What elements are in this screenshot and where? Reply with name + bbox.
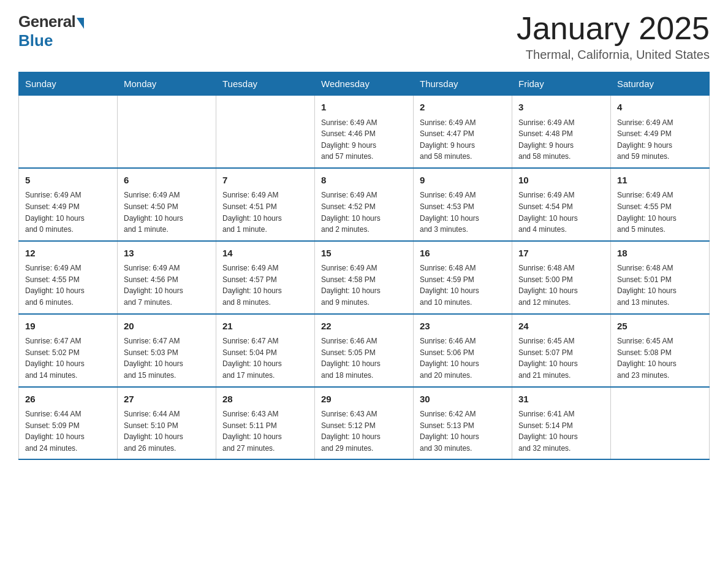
title-section: January 2025 Thermal, California, United… [517,12,710,62]
calendar-cell: 21Sunrise: 6:47 AMSunset: 5:04 PMDayligh… [216,314,315,387]
calendar-cell: 25Sunrise: 6:45 AMSunset: 5:08 PMDayligh… [611,314,710,387]
day-number: 7 [222,174,308,188]
logo-general-text: General [18,12,75,31]
calendar-cell: 9Sunrise: 6:49 AMSunset: 4:53 PMDaylight… [414,168,512,241]
calendar-cell: 1Sunrise: 6:49 AMSunset: 4:46 PMDaylight… [315,96,414,168]
calendar-header-row: SundayMondayTuesdayWednesdayThursdayFrid… [19,72,710,96]
calendar-cell: 26Sunrise: 6:44 AMSunset: 5:09 PMDayligh… [19,387,118,460]
calendar-cell: 18Sunrise: 6:48 AMSunset: 5:01 PMDayligh… [611,241,710,314]
day-info: Sunrise: 6:49 AMSunset: 4:46 PMDaylight:… [321,117,407,163]
day-info: Sunrise: 6:47 AMSunset: 5:02 PMDaylight:… [25,335,111,381]
calendar-week-row: 19Sunrise: 6:47 AMSunset: 5:02 PMDayligh… [19,314,710,387]
calendar-cell: 15Sunrise: 6:49 AMSunset: 4:58 PMDayligh… [315,241,414,314]
day-info: Sunrise: 6:45 AMSunset: 5:07 PMDaylight:… [518,335,604,381]
calendar-cell: 13Sunrise: 6:49 AMSunset: 4:56 PMDayligh… [118,241,216,314]
day-number: 8 [321,174,407,188]
calendar-cell [216,96,315,168]
day-number: 22 [321,320,407,334]
day-number: 1 [321,101,407,115]
day-number: 25 [617,320,703,334]
calendar-cell [19,96,118,168]
calendar-cell: 8Sunrise: 6:49 AMSunset: 4:52 PMDaylight… [315,168,414,241]
day-number: 10 [518,174,604,188]
day-info: Sunrise: 6:41 AMSunset: 5:14 PMDaylight:… [518,408,604,454]
calendar-cell: 31Sunrise: 6:41 AMSunset: 5:14 PMDayligh… [512,387,611,460]
day-number: 9 [420,174,506,188]
calendar-cell: 17Sunrise: 6:48 AMSunset: 5:00 PMDayligh… [512,241,611,314]
day-info: Sunrise: 6:49 AMSunset: 4:56 PMDaylight:… [124,262,210,308]
day-number: 28 [222,393,308,407]
day-info: Sunrise: 6:49 AMSunset: 4:53 PMDaylight:… [420,190,506,235]
weekday-header-thursday: Thursday [414,72,512,96]
day-number: 29 [321,393,407,407]
day-number: 4 [617,101,703,115]
day-info: Sunrise: 6:46 AMSunset: 5:05 PMDaylight:… [321,335,407,381]
day-info: Sunrise: 6:49 AMSunset: 4:52 PMDaylight:… [321,190,407,235]
calendar-cell: 20Sunrise: 6:47 AMSunset: 5:03 PMDayligh… [118,314,216,387]
weekday-header-tuesday: Tuesday [216,72,315,96]
day-info: Sunrise: 6:49 AMSunset: 4:55 PMDaylight:… [617,190,703,235]
day-number: 6 [124,174,210,188]
day-info: Sunrise: 6:49 AMSunset: 4:47 PMDaylight:… [420,117,506,163]
calendar-cell: 5Sunrise: 6:49 AMSunset: 4:49 PMDaylight… [19,168,118,241]
calendar-cell: 29Sunrise: 6:43 AMSunset: 5:12 PMDayligh… [315,387,414,460]
day-number: 13 [124,247,210,261]
day-number: 21 [222,320,308,334]
calendar-cell: 11Sunrise: 6:49 AMSunset: 4:55 PMDayligh… [611,168,710,241]
day-info: Sunrise: 6:44 AMSunset: 5:10 PMDaylight:… [124,408,210,454]
weekday-header-monday: Monday [118,72,216,96]
day-number: 20 [124,320,210,334]
calendar-cell: 19Sunrise: 6:47 AMSunset: 5:02 PMDayligh… [19,314,118,387]
page-header: General Blue January 2025 Thermal, Calif… [18,12,710,62]
calendar-cell: 14Sunrise: 6:49 AMSunset: 4:57 PMDayligh… [216,241,315,314]
day-info: Sunrise: 6:42 AMSunset: 5:13 PMDaylight:… [420,408,506,454]
calendar-table: SundayMondayTuesdayWednesdayThursdayFrid… [18,72,710,460]
day-number: 11 [617,174,703,188]
weekday-header-sunday: Sunday [19,72,118,96]
logo-arrow-icon [77,18,84,29]
day-number: 31 [518,393,604,407]
calendar-cell: 28Sunrise: 6:43 AMSunset: 5:11 PMDayligh… [216,387,315,460]
day-number: 27 [124,393,210,407]
calendar-week-row: 12Sunrise: 6:49 AMSunset: 4:55 PMDayligh… [19,241,710,314]
calendar-cell: 30Sunrise: 6:42 AMSunset: 5:13 PMDayligh… [414,387,512,460]
day-info: Sunrise: 6:43 AMSunset: 5:12 PMDaylight:… [321,408,407,454]
logo-blue-text: Blue [18,31,53,50]
day-info: Sunrise: 6:47 AMSunset: 5:04 PMDaylight:… [222,335,308,381]
day-number: 24 [518,320,604,334]
calendar-cell [118,96,216,168]
calendar-cell [611,387,710,460]
day-number: 18 [617,247,703,261]
calendar-week-row: 26Sunrise: 6:44 AMSunset: 5:09 PMDayligh… [19,387,710,460]
day-info: Sunrise: 6:49 AMSunset: 4:48 PMDaylight:… [518,117,604,163]
weekday-header-saturday: Saturday [611,72,710,96]
day-info: Sunrise: 6:49 AMSunset: 4:58 PMDaylight:… [321,262,407,308]
calendar-cell: 3Sunrise: 6:49 AMSunset: 4:48 PMDaylight… [512,96,611,168]
logo: General Blue [18,12,84,50]
weekday-header-wednesday: Wednesday [315,72,414,96]
day-number: 19 [25,320,111,334]
calendar-week-row: 5Sunrise: 6:49 AMSunset: 4:49 PMDaylight… [19,168,710,241]
calendar-cell: 23Sunrise: 6:46 AMSunset: 5:06 PMDayligh… [414,314,512,387]
day-info: Sunrise: 6:49 AMSunset: 4:51 PMDaylight:… [222,190,308,235]
calendar-cell: 6Sunrise: 6:49 AMSunset: 4:50 PMDaylight… [118,168,216,241]
day-info: Sunrise: 6:47 AMSunset: 5:03 PMDaylight:… [124,335,210,381]
calendar-cell: 7Sunrise: 6:49 AMSunset: 4:51 PMDaylight… [216,168,315,241]
calendar-cell: 12Sunrise: 6:49 AMSunset: 4:55 PMDayligh… [19,241,118,314]
calendar-cell: 16Sunrise: 6:48 AMSunset: 4:59 PMDayligh… [414,241,512,314]
calendar-cell: 4Sunrise: 6:49 AMSunset: 4:49 PMDaylight… [611,96,710,168]
day-info: Sunrise: 6:45 AMSunset: 5:08 PMDaylight:… [617,335,703,381]
day-number: 16 [420,247,506,261]
calendar-cell: 24Sunrise: 6:45 AMSunset: 5:07 PMDayligh… [512,314,611,387]
day-info: Sunrise: 6:46 AMSunset: 5:06 PMDaylight:… [420,335,506,381]
day-info: Sunrise: 6:48 AMSunset: 4:59 PMDaylight:… [420,262,506,308]
month-title: January 2025 [517,12,710,44]
weekday-header-friday: Friday [512,72,611,96]
day-info: Sunrise: 6:49 AMSunset: 4:57 PMDaylight:… [222,262,308,308]
day-number: 26 [25,393,111,407]
day-number: 12 [25,247,111,261]
day-info: Sunrise: 6:48 AMSunset: 5:01 PMDaylight:… [617,262,703,308]
day-number: 17 [518,247,604,261]
calendar-cell: 22Sunrise: 6:46 AMSunset: 5:05 PMDayligh… [315,314,414,387]
day-info: Sunrise: 6:44 AMSunset: 5:09 PMDaylight:… [25,408,111,454]
